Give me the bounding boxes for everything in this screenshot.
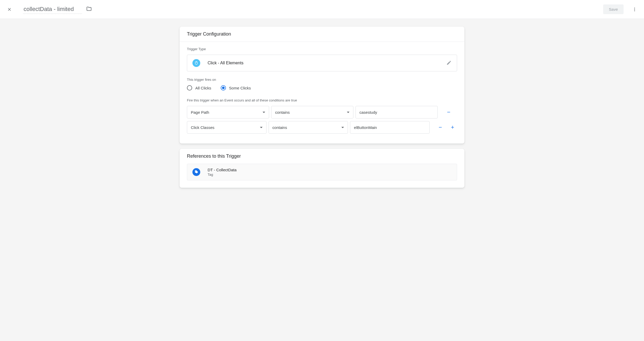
trigger-type-label: Trigger Type xyxy=(187,47,457,51)
page-header: Save xyxy=(0,0,644,19)
card-title: Trigger Configuration xyxy=(180,27,464,42)
radio-unchecked-icon xyxy=(187,85,192,90)
condition-variable-select[interactable]: Click Classes xyxy=(187,121,267,134)
conditions-label: Fire this trigger when an Event occurs a… xyxy=(187,98,457,102)
reference-title: DT - CollectData xyxy=(208,168,237,172)
select-value: contains xyxy=(275,110,290,115)
card-title: References to this Trigger xyxy=(180,149,464,164)
select-value: Click Classes xyxy=(191,125,214,130)
trigger-type-value: Click - All Elements xyxy=(208,61,446,65)
click-icon xyxy=(192,59,200,67)
fires-on-label: This trigger fires on xyxy=(187,78,457,82)
condition-row: Click Classes contains − + xyxy=(187,121,457,134)
radio-some-clicks[interactable]: Some Clicks xyxy=(221,85,251,90)
edit-icon[interactable] xyxy=(446,60,452,66)
radio-checked-icon xyxy=(221,85,226,90)
condition-value-input[interactable] xyxy=(350,121,430,134)
trigger-config-card: Trigger Configuration Trigger Type Click… xyxy=(180,27,464,144)
remove-condition-button[interactable]: − xyxy=(444,107,453,117)
references-card: References to this Trigger DT - CollectD… xyxy=(180,149,464,188)
select-value: contains xyxy=(273,125,287,130)
more-menu-icon[interactable] xyxy=(631,6,638,13)
close-icon[interactable] xyxy=(6,6,13,13)
condition-value-input[interactable] xyxy=(356,106,438,118)
condition-row: Page Path contains − xyxy=(187,106,457,118)
svg-point-2 xyxy=(634,10,635,11)
chevron-down-icon xyxy=(263,112,265,113)
radio-label: Some Clicks xyxy=(229,86,251,90)
reference-item[interactable]: DT - CollectData Tag xyxy=(187,164,457,180)
remove-condition-button[interactable]: − xyxy=(436,123,445,132)
folder-icon[interactable] xyxy=(86,6,92,13)
svg-point-1 xyxy=(634,9,635,10)
condition-operator-select[interactable]: contains xyxy=(271,106,353,118)
condition-variable-select[interactable]: Page Path xyxy=(187,106,269,118)
add-condition-button[interactable]: + xyxy=(448,123,457,132)
reference-subtitle: Tag xyxy=(208,173,237,177)
svg-point-0 xyxy=(634,8,635,8)
tag-icon xyxy=(192,168,200,176)
chevron-down-icon xyxy=(341,127,344,128)
trigger-name-input[interactable] xyxy=(23,5,82,14)
select-value: Page Path xyxy=(191,110,209,115)
save-button[interactable]: Save xyxy=(603,4,624,14)
trigger-type-selector[interactable]: Click - All Elements xyxy=(187,55,457,71)
chevron-down-icon xyxy=(260,127,263,128)
radio-all-clicks[interactable]: All Clicks xyxy=(187,85,211,90)
chevron-down-icon xyxy=(347,112,349,113)
radio-label: All Clicks xyxy=(195,86,211,90)
condition-operator-select[interactable]: contains xyxy=(269,121,348,134)
